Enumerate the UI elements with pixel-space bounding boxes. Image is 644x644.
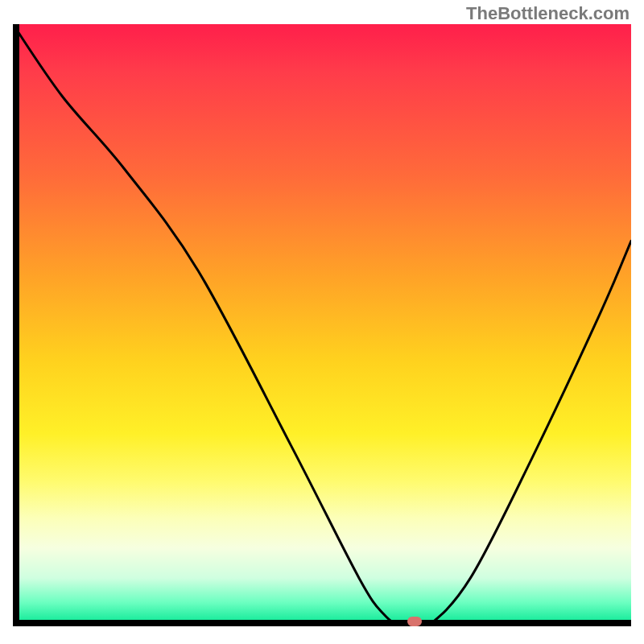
- watermark-text: TheBottleneck.com: [466, 3, 630, 24]
- optimum-marker: [407, 617, 422, 626]
- bottleneck-curve: [13, 24, 631, 626]
- chart-container: [13, 24, 631, 634]
